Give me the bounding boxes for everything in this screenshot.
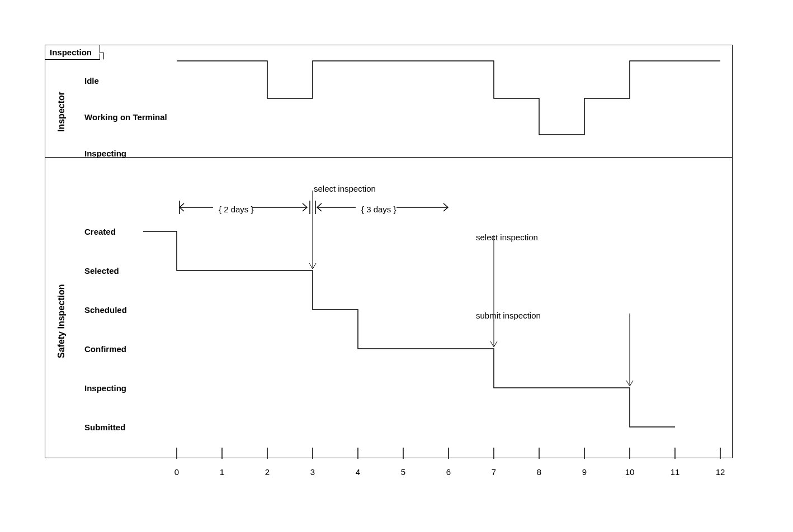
tick-label: 2 — [259, 467, 276, 477]
lane-label-safety: Safety Inspection — [56, 284, 67, 358]
state-safety-inspecting: Inspecting — [84, 383, 126, 393]
tick-label: 12 — [712, 467, 729, 477]
timing-diagram: Inspection Inspector Idle Working on Ter… — [45, 45, 733, 458]
tick-label: 3 — [304, 467, 321, 477]
tick-label: 0 — [168, 467, 185, 477]
tick-label: 9 — [576, 467, 593, 477]
state-safety-selected: Selected — [84, 266, 119, 276]
state-safety-scheduled: Scheduled — [84, 305, 127, 315]
tick-label: 1 — [214, 467, 230, 477]
state-safety-confirmed: Confirmed — [84, 344, 126, 354]
diagram-title: Inspection — [45, 45, 100, 60]
duration-label-2: { 3 days } — [361, 205, 396, 214]
tick-label: 4 — [350, 467, 366, 477]
tick-label: 10 — [621, 467, 638, 477]
lane-divider — [45, 157, 732, 158]
tick-label: 11 — [667, 467, 683, 477]
tick-label: 7 — [485, 467, 502, 477]
duration-label-1: { 2 days } — [219, 205, 254, 214]
event-select-2: select inspection — [476, 232, 538, 242]
tick-label: 8 — [531, 467, 547, 477]
event-select-1: select inspection — [314, 184, 376, 193]
tick-label: 5 — [395, 467, 412, 477]
event-submit: submit inspection — [476, 311, 541, 320]
diagram-lines — [45, 45, 733, 459]
tick-label: 6 — [440, 467, 457, 477]
state-inspector-idle: Idle — [84, 76, 99, 86]
state-safety-submitted: Submitted — [84, 422, 125, 432]
state-inspector-working: Working on Terminal — [84, 112, 167, 122]
lane-label-inspector: Inspector — [56, 92, 67, 132]
state-safety-created: Created — [84, 227, 116, 236]
